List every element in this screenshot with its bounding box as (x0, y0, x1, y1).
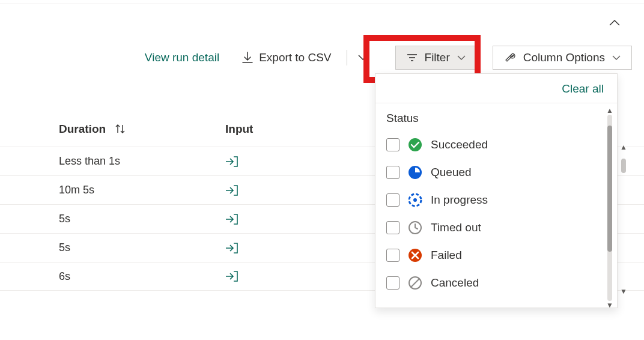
enter-icon (225, 242, 238, 254)
checkbox[interactable] (386, 166, 399, 179)
filter-icon (407, 53, 418, 62)
chevron-up-icon (609, 19, 620, 26)
export-csv-button[interactable]: Export to CSV (231, 46, 342, 70)
chevron-down-icon (457, 55, 466, 61)
status-option-canceled[interactable]: Canceled (386, 269, 606, 297)
cell-input-link[interactable] (171, 156, 238, 168)
enter-icon (225, 270, 238, 282)
sort-icon (114, 124, 126, 135)
status-option-timed-out[interactable]: Timed out (386, 214, 606, 241)
status-label: In progress (431, 193, 488, 207)
checkbox[interactable] (386, 249, 399, 262)
view-run-detail-link[interactable]: View run detail (133, 46, 231, 70)
input-header-label: Input (225, 123, 253, 135)
status-option-succeeded[interactable]: Succeeded (386, 131, 606, 159)
checkbox[interactable] (386, 221, 399, 234)
svg-point-3 (409, 138, 422, 151)
checkbox[interactable] (386, 276, 399, 290)
clear-all-link[interactable]: Clear all (375, 74, 617, 103)
cell-duration: Less than 1s (0, 155, 171, 168)
cell-input-link[interactable] (171, 213, 238, 225)
cell-duration: 6s (0, 270, 171, 283)
cell-input-link[interactable] (171, 270, 238, 282)
export-csv-label: Export to CSV (259, 51, 331, 64)
checkbox[interactable] (386, 138, 399, 151)
status-list: Succeeded Queued In progress Timed out (375, 131, 617, 308)
scroll-down-icon[interactable]: ▼ (606, 301, 613, 309)
column-header-input[interactable]: Input (171, 123, 253, 136)
panel-scrollbar[interactable]: ▲ ▼ (606, 109, 613, 307)
checkbox[interactable] (386, 193, 399, 207)
cell-input-link[interactable] (171, 242, 238, 254)
status-section-title: Status (375, 103, 617, 131)
status-option-in-progress[interactable]: In progress (386, 186, 606, 214)
column-options-label: Column Options (523, 51, 605, 64)
wrench-icon (504, 52, 516, 64)
status-label: Queued (431, 166, 472, 179)
scroll-up-icon[interactable]: ▲ (606, 106, 613, 115)
filter-button[interactable]: Filter (395, 46, 477, 70)
cell-duration: 5s (0, 213, 171, 225)
status-label: Failed (431, 249, 462, 262)
filter-label: Filter (425, 51, 450, 64)
top-divider (0, 4, 644, 4)
filter-panel: Clear all Status Succeeded Queued In pro… (375, 73, 618, 308)
in-progress-icon (408, 193, 422, 207)
export-dropdown[interactable] (351, 50, 375, 65)
download-icon (242, 52, 253, 64)
status-option-queued[interactable]: Queued (386, 159, 606, 186)
cell-duration: 10m 5s (0, 184, 171, 196)
column-header-duration[interactable]: Duration (0, 123, 171, 136)
chevron-down-icon (612, 55, 621, 61)
status-label: Timed out (431, 221, 481, 234)
enter-icon (225, 184, 238, 196)
enter-icon (225, 156, 238, 168)
cell-input-link[interactable] (171, 184, 238, 196)
timed-out-icon (408, 220, 422, 235)
scroll-thumb[interactable] (621, 159, 626, 173)
scroll-thumb[interactable] (607, 126, 612, 252)
clear-all-label: Clear all (562, 82, 604, 95)
status-label: Succeeded (431, 138, 488, 151)
svg-point-6 (413, 198, 417, 202)
failed-icon (408, 248, 422, 263)
view-run-detail-label: View run detail (145, 51, 219, 64)
cell-duration: 5s (0, 241, 171, 254)
toolbar-divider (347, 50, 347, 65)
scroll-up-icon[interactable]: ▲ (620, 143, 627, 151)
svg-line-10 (411, 279, 419, 287)
outer-scrollbar[interactable]: ▲ ▼ (620, 144, 627, 294)
status-label: Canceled (431, 276, 479, 290)
queued-icon (408, 165, 422, 180)
chevron-down-icon (358, 55, 368, 61)
succeeded-icon (408, 138, 422, 152)
status-option-failed[interactable]: Failed (386, 241, 606, 269)
column-options-button[interactable]: Column Options (493, 46, 632, 70)
enter-icon (225, 213, 238, 225)
scroll-down-icon[interactable]: ▼ (620, 287, 627, 296)
collapse-caret[interactable] (609, 19, 620, 26)
canceled-icon (408, 276, 422, 290)
duration-header-label: Duration (59, 123, 106, 136)
toolbar: View run detail Export to CSV Filter Col… (0, 46, 644, 70)
